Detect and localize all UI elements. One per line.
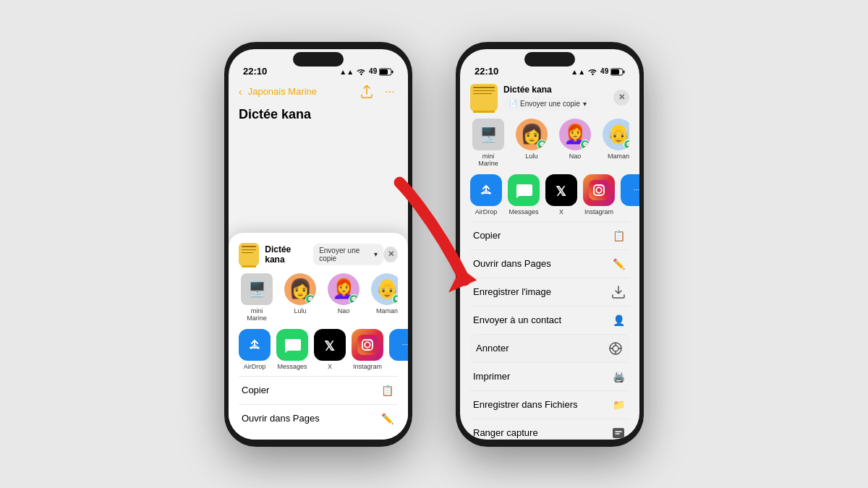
note-thumbnail-left	[239, 243, 259, 266]
imprimer-icon-right: 🖨️	[610, 369, 626, 385]
menu-pages-left[interactable]: Ouvrir dans Pages ✏️	[239, 404, 398, 432]
status-icons-left: ▲▲ 49	[339, 67, 393, 77]
svg-rect-25	[589, 180, 609, 200]
menu-contact-right[interactable]: Envoyer à un contact 👤	[470, 306, 629, 334]
svg-rect-13	[357, 335, 378, 355]
messages-label-right: Messages	[509, 208, 538, 215]
contact-nao-right[interactable]: 👩‍🦰 💬 Nao	[557, 119, 593, 167]
send-copy-label-left: Envoyer une copie	[319, 247, 371, 262]
lulu-label-right: Lulu	[525, 153, 537, 160]
pages-label-right: Ouvrir dans Pages	[473, 258, 551, 269]
imprimer-label-right: Imprimer	[473, 371, 510, 382]
x-icon-left: 𝕏	[314, 329, 346, 361]
svg-point-16	[370, 340, 372, 341]
menu-imprimer-right[interactable]: Imprimer 🖨️	[470, 362, 629, 390]
menu-ranger-right[interactable]: Ranger capture	[470, 419, 629, 440]
mac-label-left: miniMarine	[247, 307, 267, 322]
copier-label-left: Copier	[242, 385, 269, 395]
contact-maman-right[interactable]: 👴 💬 Maman	[600, 119, 629, 167]
menu-annoter-right[interactable]: Annoter	[470, 334, 629, 362]
nao-avatar-left: 👩‍🦰 💬	[328, 273, 359, 305]
time-left: 22:10	[243, 66, 267, 77]
lulu-avatar-right: 👩 💬	[516, 119, 548, 150]
enreg-image-icon-right	[610, 284, 626, 300]
pages-icon-right: ✏️	[610, 256, 626, 272]
enreg-image-label-right: Enregistrer l'image	[473, 286, 551, 297]
app-more-right[interactable]: ···	[621, 174, 639, 215]
menu-copier-right[interactable]: Copier 📋	[470, 221, 629, 249]
contact-lulu-left[interactable]: 👩 💬 Lulu	[282, 273, 318, 322]
left-phone: 22:10 ▲▲ 49 ‹ Japonais Marine ···	[224, 42, 412, 447]
note-thumbnail-right	[470, 84, 498, 111]
share-header-left: Dictée kana Envoyer une copie ▾ ✕	[239, 243, 398, 266]
svg-text:𝕏: 𝕏	[324, 339, 335, 354]
nao-label-right: Nao	[569, 153, 582, 160]
lulu-badge-right: 💬	[537, 140, 547, 150]
apps-row-right: AirDrop Messages 𝕏 X	[470, 174, 629, 215]
svg-point-30	[613, 346, 618, 351]
back-title-left[interactable]: Japonais Marine	[248, 86, 317, 97]
fichiers-label-right: Enregistrer dans Fichiers	[473, 399, 578, 410]
app-x-right[interactable]: 𝕏 X	[545, 174, 577, 215]
contact-nao-left[interactable]: 👩‍🦰 💬 Nao	[326, 273, 362, 322]
svg-rect-19	[624, 70, 625, 73]
svg-rect-1	[392, 70, 393, 73]
menu-fichiers-right[interactable]: Enregistrer dans Fichiers 📁	[470, 390, 629, 419]
app-x-left[interactable]: 𝕏 X	[314, 329, 346, 370]
right-share-content: Dictée kana 📄 Envoyer une copie ▾ ✕ 🖥️ m…	[460, 81, 639, 440]
left-phone-screen: 22:10 ▲▲ 49 ‹ Japonais Marine ···	[229, 49, 408, 440]
instagram-label-right: Instagram	[584, 208, 613, 215]
copy-icon-left: 📋	[379, 382, 395, 398]
more-app-icon-right: ···	[621, 174, 639, 206]
pages-icon-left: ✏️	[379, 411, 395, 427]
annoter-icon-right	[608, 341, 624, 356]
app-more-left[interactable]: ···	[389, 329, 408, 370]
doc-title-right: Dictée kana	[503, 85, 592, 95]
messages-icon-right	[508, 174, 540, 206]
pages-label-left: Ouvrir dans Pages	[242, 413, 320, 424]
svg-point-28	[602, 185, 603, 187]
airdrop-icon-right	[470, 174, 502, 206]
svg-text:𝕏: 𝕏	[556, 184, 566, 199]
send-copy-right[interactable]: 📄 Envoyer une copie ▾	[503, 97, 592, 111]
nao-badge-left: 💬	[349, 294, 359, 304]
x-label-left: X	[328, 363, 332, 370]
app-airdrop-left[interactable]: AirDrop	[239, 329, 271, 370]
messages-icon-left	[276, 329, 308, 361]
x-icon-right: 𝕏	[545, 174, 577, 206]
contact-mac-mini-left[interactable]: 🖥️ miniMarine	[239, 273, 275, 322]
more-icon-left[interactable]: ···	[382, 84, 398, 100]
share-icon-left[interactable]	[359, 84, 375, 100]
app-messages-right[interactable]: Messages	[508, 174, 540, 215]
send-copy-btn-left[interactable]: Envoyer une copie ▾	[313, 244, 383, 265]
dynamic-island-left	[293, 52, 344, 67]
battery-left: 49	[369, 67, 393, 76]
menu-enregistrer-image-right[interactable]: Enregistrer l'image	[470, 278, 629, 306]
menu-pages-right[interactable]: Ouvrir dans Pages ✏️	[470, 249, 629, 278]
maman-avatar-right: 👴 💬	[603, 119, 629, 150]
wifi-icon-left	[357, 67, 366, 77]
menu-copier-left[interactable]: Copier 📋	[239, 376, 398, 404]
annoter-label-right: Annoter	[476, 343, 509, 354]
contact-mac-right[interactable]: 🖥️ miniMarine	[470, 119, 506, 167]
copier-label-right: Copier	[473, 230, 501, 241]
maman-label-right: Maman	[608, 153, 629, 160]
more-app-icon-left: ···	[389, 329, 408, 361]
close-btn-left[interactable]: ✕	[383, 247, 398, 262]
ranger-icon-right	[610, 425, 626, 440]
app-messages-left[interactable]: Messages	[276, 329, 308, 370]
contacts-row-right: 🖥️ miniMarine 👩 💬 Lulu 👩‍🦰 💬 Nao	[470, 119, 629, 167]
svg-rect-20	[611, 69, 619, 74]
app-instagram-left[interactable]: Instagram	[352, 329, 383, 370]
svg-rect-2	[380, 69, 388, 74]
contact-label-right: Envoyer à un contact	[473, 314, 561, 325]
status-icons-right: ▲▲ 49	[571, 67, 625, 77]
app-airdrop-right[interactable]: AirDrop	[470, 174, 502, 215]
app-instagram-right[interactable]: Instagram	[583, 174, 615, 215]
instagram-icon-left	[352, 329, 383, 361]
contact-maman-left[interactable]: 👴 💬 Maman	[369, 273, 398, 322]
close-btn-right[interactable]: ✕	[613, 90, 629, 106]
nao-label-left: Nao	[338, 307, 350, 314]
contact-lulu-right[interactable]: 👩 💬 Lulu	[514, 119, 550, 167]
chevron-send-right: ▾	[583, 100, 587, 108]
